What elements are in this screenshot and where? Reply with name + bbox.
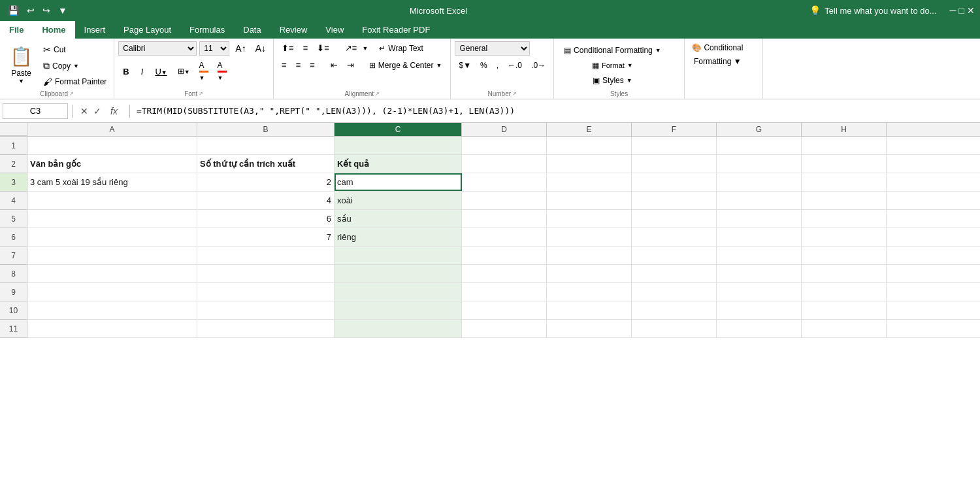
cell-h5[interactable] bbox=[802, 210, 887, 228]
format-painter-button[interactable]: 🖌 Format Painter bbox=[40, 75, 110, 89]
cell-h3[interactable] bbox=[802, 173, 887, 191]
text-rotate-button[interactable]: ↗≡ bbox=[341, 41, 361, 55]
cell-h7[interactable] bbox=[802, 246, 887, 264]
tab-data[interactable]: Data bbox=[234, 21, 270, 39]
align-middle-button[interactable]: ≡ bbox=[299, 41, 312, 55]
col-header-c[interactable]: C bbox=[335, 123, 462, 136]
cell-d4[interactable] bbox=[462, 192, 547, 209]
conditional-dropdown-icon[interactable]: ▼ bbox=[655, 47, 661, 54]
copy-dropdown-icon[interactable]: ▼ bbox=[73, 63, 79, 69]
format-as-table-button[interactable]: ▦ Format ▼ bbox=[586, 59, 639, 72]
cell-h2[interactable] bbox=[802, 155, 887, 173]
cell-d8[interactable] bbox=[462, 265, 547, 282]
font-color-button[interactable]: A ▼ bbox=[214, 59, 230, 84]
cell-a11[interactable] bbox=[27, 320, 197, 337]
tab-page-layout[interactable]: Page Layout bbox=[114, 21, 180, 39]
cell-a6[interactable] bbox=[27, 228, 197, 246]
cell-g4[interactable] bbox=[717, 192, 802, 209]
cell-f6[interactable] bbox=[632, 228, 717, 246]
cell-a5[interactable] bbox=[27, 210, 197, 228]
cell-b1[interactable] bbox=[197, 137, 335, 154]
border-button[interactable]: ⊞▼ bbox=[174, 65, 193, 78]
cell-f7[interactable] bbox=[632, 246, 717, 264]
wrap-text-button[interactable]: ↵ Wrap Text bbox=[374, 42, 428, 55]
col-header-g[interactable]: G bbox=[717, 123, 802, 136]
cell-g7[interactable] bbox=[717, 246, 802, 264]
cell-g10[interactable] bbox=[717, 301, 802, 319]
cell-e7[interactable] bbox=[547, 246, 632, 264]
cell-g11[interactable] bbox=[717, 320, 802, 337]
cell-a3[interactable]: 3 cam 5 xoài 19 sầu riêng bbox=[27, 173, 197, 191]
cell-g3[interactable] bbox=[717, 173, 802, 191]
decrease-decimal-button[interactable]: ←.0 bbox=[504, 59, 526, 72]
maximize-button[interactable]: □ bbox=[959, 5, 964, 16]
increase-indent-button[interactable]: ⇥ bbox=[343, 58, 358, 72]
cell-c7[interactable] bbox=[335, 246, 462, 264]
cell-c11[interactable] bbox=[335, 320, 462, 337]
row-header-7[interactable]: 7 bbox=[0, 246, 27, 265]
tell-me-box[interactable]: 💡 Tell me what you want to do... bbox=[802, 3, 944, 18]
close-button[interactable]: ✕ bbox=[967, 5, 975, 16]
cell-c10[interactable] bbox=[335, 301, 462, 319]
cell-b3[interactable]: 2 bbox=[197, 173, 335, 191]
font-name-select[interactable]: Calibri bbox=[118, 41, 197, 56]
cell-e11[interactable] bbox=[547, 320, 632, 337]
cell-h11[interactable] bbox=[802, 320, 887, 337]
undo-button[interactable]: ↩ bbox=[24, 4, 37, 17]
conditional-formatting-btn2[interactable]: 🎨 Conditional bbox=[689, 41, 746, 54]
fill-color-button[interactable]: A ▼ bbox=[196, 59, 212, 84]
cell-g9[interactable] bbox=[717, 283, 802, 301]
col-header-e[interactable]: E bbox=[547, 123, 632, 136]
cell-a4[interactable] bbox=[27, 192, 197, 209]
cell-e4[interactable] bbox=[547, 192, 632, 209]
cell-h1[interactable] bbox=[802, 137, 887, 154]
row-header-10[interactable]: 10 bbox=[0, 301, 27, 320]
cell-a10[interactable] bbox=[27, 301, 197, 319]
cell-d7[interactable] bbox=[462, 246, 547, 264]
align-top-button[interactable]: ⬆≡ bbox=[278, 41, 298, 55]
cell-e9[interactable] bbox=[547, 283, 632, 301]
cancel-formula-icon[interactable]: ✕ bbox=[80, 106, 88, 116]
cell-c3[interactable]: cam bbox=[335, 173, 462, 191]
cell-a2[interactable]: Văn bản gốc bbox=[27, 155, 197, 173]
cell-g6[interactable] bbox=[717, 228, 802, 246]
row-header-9[interactable]: 9 bbox=[0, 283, 27, 301]
fx-label[interactable]: fx bbox=[106, 106, 122, 116]
cell-b7[interactable] bbox=[197, 246, 335, 264]
tab-home[interactable]: Home bbox=[33, 21, 74, 39]
cell-f5[interactable] bbox=[632, 210, 717, 228]
cell-d9[interactable] bbox=[462, 283, 547, 301]
tab-foxit[interactable]: Foxit Reader PDF bbox=[353, 21, 439, 39]
font-color-dropdown-icon[interactable]: ▼ bbox=[218, 75, 223, 81]
cell-d5[interactable] bbox=[462, 210, 547, 228]
cell-f9[interactable] bbox=[632, 283, 717, 301]
align-bottom-button[interactable]: ⬇≡ bbox=[313, 41, 333, 55]
cell-g5[interactable] bbox=[717, 210, 802, 228]
cell-f4[interactable] bbox=[632, 192, 717, 209]
cell-d3[interactable] bbox=[462, 173, 547, 191]
cell-h8[interactable] bbox=[802, 265, 887, 282]
cell-d6[interactable] bbox=[462, 228, 547, 246]
cell-e5[interactable] bbox=[547, 210, 632, 228]
customize-qat-button[interactable]: ▼ bbox=[56, 4, 70, 17]
cell-h4[interactable] bbox=[802, 192, 887, 209]
row-header-3[interactable]: 3 bbox=[0, 173, 27, 192]
cell-f11[interactable] bbox=[632, 320, 717, 337]
tab-insert[interactable]: Insert bbox=[75, 21, 115, 39]
cell-d11[interactable] bbox=[462, 320, 547, 337]
redo-button[interactable]: ↪ bbox=[40, 4, 53, 17]
cell-e1[interactable] bbox=[547, 137, 632, 154]
underline-button[interactable]: U▼ bbox=[150, 65, 171, 78]
cell-f10[interactable] bbox=[632, 301, 717, 319]
font-shrink-button[interactable]: A↓ bbox=[252, 42, 269, 55]
italic-button[interactable]: I bbox=[137, 65, 148, 78]
cell-a1[interactable] bbox=[27, 137, 197, 154]
row-header-1[interactable]: 1 bbox=[0, 137, 27, 155]
align-left-button[interactable]: ≡ bbox=[278, 58, 291, 72]
cell-d1[interactable] bbox=[462, 137, 547, 154]
font-grow-button[interactable]: A↑ bbox=[232, 42, 249, 55]
cell-b8[interactable] bbox=[197, 265, 335, 282]
align-right-button[interactable]: ≡ bbox=[306, 58, 319, 72]
increase-decimal-button[interactable]: .0→ bbox=[527, 59, 549, 72]
row-header-11[interactable]: 11 bbox=[0, 320, 27, 338]
